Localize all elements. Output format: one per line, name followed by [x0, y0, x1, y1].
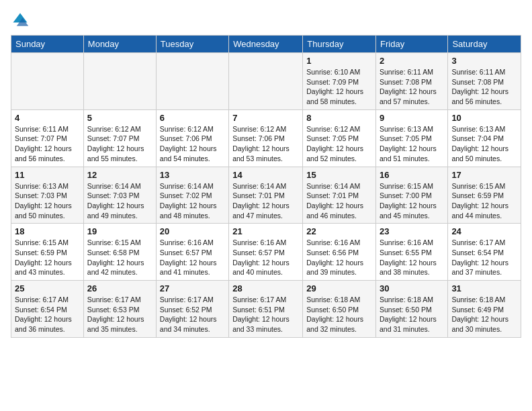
- calendar-cell: 22Sunrise: 6:16 AMSunset: 6:56 PMDayligh…: [303, 224, 376, 281]
- cell-info: Sunset: 6:55 PM: [380, 248, 444, 258]
- day-number: 21: [232, 226, 299, 236]
- cell-info: Daylight: 12 hours: [380, 201, 444, 211]
- cell-info: and 52 minutes.: [306, 154, 372, 164]
- day-number: 14: [232, 170, 299, 180]
- cell-info: Daylight: 12 hours: [451, 144, 517, 154]
- cell-info: and 31 minutes.: [380, 324, 444, 334]
- cell-info: Daylight: 12 hours: [232, 258, 299, 268]
- day-number: 5: [87, 113, 152, 123]
- day-number: 18: [15, 226, 80, 236]
- cell-info: Sunrise: 6:14 AM: [160, 181, 225, 191]
- cell-info: Sunset: 7:02 PM: [160, 191, 225, 201]
- calendar-cell: 21Sunrise: 6:16 AMSunset: 6:57 PMDayligh…: [229, 224, 303, 281]
- cell-info: Sunrise: 6:13 AM: [451, 124, 517, 134]
- calendar-week-row: 11Sunrise: 6:13 AMSunset: 7:03 PMDayligh…: [11, 167, 521, 224]
- day-number: 16: [380, 170, 444, 180]
- calendar-cell: 12Sunrise: 6:14 AMSunset: 7:03 PMDayligh…: [83, 167, 156, 224]
- calendar-header-row: SundayMondayTuesdayWednesdayThursdayFrid…: [11, 36, 521, 53]
- cell-info: Sunrise: 6:18 AM: [451, 295, 517, 305]
- cell-info: Sunrise: 6:10 AM: [306, 67, 372, 77]
- cell-info: and 38 minutes.: [380, 267, 444, 277]
- calendar-cell: [11, 53, 84, 110]
- logo: [11, 11, 32, 30]
- day-number: 9: [380, 113, 444, 123]
- cell-info: Daylight: 12 hours: [87, 258, 152, 268]
- calendar-cell: 2Sunrise: 6:11 AMSunset: 7:08 PMDaylight…: [376, 53, 448, 110]
- cell-info: Sunrise: 6:15 AM: [87, 238, 152, 248]
- cell-info: and 32 minutes.: [306, 324, 372, 334]
- day-number: 20: [160, 226, 225, 236]
- cell-info: Sunrise: 6:17 AM: [451, 238, 517, 248]
- calendar-cell: 10Sunrise: 6:13 AMSunset: 7:04 PMDayligh…: [448, 109, 521, 167]
- cell-info: Sunrise: 6:17 AM: [232, 295, 299, 305]
- cell-info: Daylight: 12 hours: [87, 201, 152, 211]
- day-number: 30: [380, 283, 444, 293]
- cell-info: Sunset: 6:51 PM: [232, 305, 299, 315]
- cell-info: Daylight: 12 hours: [160, 144, 225, 154]
- day-number: 10: [451, 113, 517, 123]
- calendar-cell: 8Sunrise: 6:12 AMSunset: 7:05 PMDaylight…: [303, 109, 376, 167]
- cell-info: Sunrise: 6:16 AM: [380, 238, 444, 248]
- cell-info: Daylight: 12 hours: [306, 87, 372, 97]
- cell-info: Sunset: 7:05 PM: [306, 134, 372, 144]
- day-number: 19: [87, 226, 152, 236]
- cell-info: and 37 minutes.: [451, 267, 517, 277]
- cell-info: and 39 minutes.: [306, 267, 372, 277]
- cell-info: Daylight: 12 hours: [451, 201, 517, 211]
- calendar-cell: 7Sunrise: 6:12 AMSunset: 7:06 PMDaylight…: [229, 109, 303, 167]
- cell-info: Sunset: 7:00 PM: [380, 191, 444, 201]
- calendar-cell: 28Sunrise: 6:17 AMSunset: 6:51 PMDayligh…: [229, 281, 303, 338]
- day-number: 11: [15, 170, 80, 180]
- cell-info: and 33 minutes.: [232, 324, 299, 334]
- day-number: 6: [160, 113, 225, 123]
- calendar-week-row: 25Sunrise: 6:17 AMSunset: 6:54 PMDayligh…: [11, 281, 521, 338]
- day-number: 8: [306, 113, 372, 123]
- day-header-friday: Friday: [376, 36, 448, 53]
- cell-info: Sunset: 7:06 PM: [232, 134, 299, 144]
- cell-info: Sunrise: 6:14 AM: [306, 181, 372, 191]
- cell-info: Daylight: 12 hours: [15, 258, 80, 268]
- cell-info: and 35 minutes.: [87, 324, 152, 334]
- calendar-cell: 3Sunrise: 6:11 AMSunset: 7:08 PMDaylight…: [448, 53, 521, 110]
- calendar-cell: 4Sunrise: 6:11 AMSunset: 7:07 PMDaylight…: [11, 109, 84, 167]
- calendar-cell: [229, 53, 303, 110]
- calendar-cell: 9Sunrise: 6:13 AMSunset: 7:05 PMDaylight…: [376, 109, 448, 167]
- cell-info: Sunrise: 6:11 AM: [380, 67, 444, 77]
- cell-info: Sunrise: 6:12 AM: [232, 124, 299, 134]
- cell-info: and 41 minutes.: [160, 267, 225, 277]
- cell-info: and 56 minutes.: [15, 154, 80, 164]
- cell-info: Sunrise: 6:16 AM: [160, 238, 225, 248]
- day-number: 22: [306, 226, 372, 236]
- page-container: SundayMondayTuesdayWednesdayThursdayFrid…: [0, 0, 532, 343]
- calendar-cell: 1Sunrise: 6:10 AMSunset: 7:09 PMDaylight…: [303, 53, 376, 110]
- cell-info: and 55 minutes.: [87, 154, 152, 164]
- cell-info: Daylight: 12 hours: [87, 144, 152, 154]
- cell-info: Sunset: 6:52 PM: [160, 305, 225, 315]
- cell-info: Daylight: 12 hours: [380, 314, 444, 324]
- cell-info: and 53 minutes.: [232, 154, 299, 164]
- cell-info: Daylight: 12 hours: [160, 314, 225, 324]
- cell-info: and 36 minutes.: [15, 324, 80, 334]
- calendar-cell: 5Sunrise: 6:12 AMSunset: 7:07 PMDaylight…: [83, 109, 156, 167]
- cell-info: Sunset: 6:58 PM: [87, 248, 152, 258]
- cell-info: Sunset: 7:05 PM: [380, 134, 444, 144]
- cell-info: Sunrise: 6:17 AM: [160, 295, 225, 305]
- cell-info: Sunrise: 6:17 AM: [15, 295, 80, 305]
- cell-info: Sunset: 7:09 PM: [306, 77, 372, 87]
- calendar-cell: [156, 53, 228, 110]
- day-number: 7: [232, 113, 299, 123]
- calendar-cell: 23Sunrise: 6:16 AMSunset: 6:55 PMDayligh…: [376, 224, 448, 281]
- calendar-cell: 19Sunrise: 6:15 AMSunset: 6:58 PMDayligh…: [83, 224, 156, 281]
- calendar-week-row: 1Sunrise: 6:10 AMSunset: 7:09 PMDaylight…: [11, 53, 521, 110]
- calendar-cell: 26Sunrise: 6:17 AMSunset: 6:53 PMDayligh…: [83, 281, 156, 338]
- cell-info: Sunset: 7:03 PM: [15, 191, 80, 201]
- day-number: 13: [160, 170, 225, 180]
- cell-info: Sunrise: 6:15 AM: [451, 181, 517, 191]
- cell-info: Daylight: 12 hours: [451, 314, 517, 324]
- cell-info: Sunrise: 6:13 AM: [15, 181, 80, 191]
- cell-info: Sunrise: 6:18 AM: [306, 295, 372, 305]
- cell-info: Daylight: 12 hours: [232, 314, 299, 324]
- cell-info: Sunset: 6:50 PM: [306, 305, 372, 315]
- cell-info: Daylight: 12 hours: [160, 201, 225, 211]
- calendar-cell: 17Sunrise: 6:15 AMSunset: 6:59 PMDayligh…: [448, 167, 521, 224]
